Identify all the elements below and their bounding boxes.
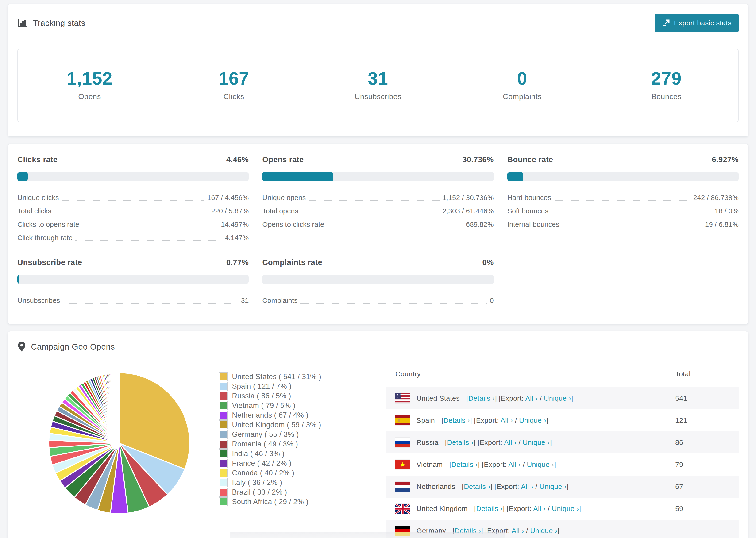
- rate-value: 6.927%: [712, 155, 739, 164]
- rates-grid: Clicks rate4.46%Unique clicks167 / 4.456…: [17, 155, 739, 307]
- flag-icon-ru: [395, 438, 410, 447]
- bar-chart-icon: [17, 18, 28, 28]
- country-name: United States: [416, 394, 460, 402]
- legend-swatch: [219, 488, 227, 497]
- legend-swatch: [219, 392, 227, 400]
- dotted-leader: [62, 200, 204, 201]
- rate-value: 0%: [482, 258, 494, 267]
- tracking-stats-header: Tracking stats Export basic stats: [17, 4, 739, 41]
- rate-row-value: 0: [490, 294, 494, 307]
- export-all-link[interactable]: All ›: [501, 416, 513, 424]
- country-name: Netherlands: [416, 483, 455, 491]
- details-link[interactable]: Details ›: [468, 394, 495, 402]
- legend-swatch: [219, 440, 227, 448]
- country-total: 67: [675, 476, 739, 498]
- geo-table-row-vietnam: Vietnam[Details ›] [Export: All › / Uniq…: [386, 454, 739, 476]
- export-all-link[interactable]: All ›: [525, 394, 538, 402]
- summary-stat-unsubscribes: 31Unsubscribes: [306, 49, 450, 122]
- summary-label: Complaints: [450, 92, 594, 101]
- export-all-link[interactable]: All ›: [533, 505, 546, 512]
- rate-row-label: Hard bounces: [507, 191, 551, 204]
- details-link[interactable]: Details ›: [451, 460, 478, 468]
- rate-row-value: 18 / 0%: [715, 204, 739, 218]
- rate-progressbar-fill: [507, 172, 523, 181]
- export-all-link[interactable]: All ›: [508, 460, 521, 468]
- legend-swatch: [219, 411, 227, 419]
- dotted-leader: [75, 241, 222, 241]
- export-all-link[interactable]: All ›: [521, 483, 533, 490]
- export-basic-stats-button[interactable]: Export basic stats: [655, 14, 739, 32]
- details-link[interactable]: Details ›: [447, 439, 473, 446]
- legend-label: France ( 42 / 2% ): [232, 459, 292, 467]
- rate-row-value: 1,152 / 30.736%: [442, 191, 494, 204]
- legend-swatch: [219, 498, 227, 506]
- country-name: Vietnam: [416, 460, 443, 468]
- legend-swatch: [219, 421, 227, 429]
- summary-stat-bounces: 279Bounces: [594, 49, 738, 122]
- export-unique-link[interactable]: Unique ›: [527, 460, 554, 468]
- export-unique-link[interactable]: Unique ›: [523, 439, 550, 446]
- tracking-stats-card: Tracking stats Export basic stats 1,152O…: [8, 4, 748, 136]
- export-unique-link[interactable]: Unique ›: [552, 505, 579, 512]
- dotted-leader: [308, 200, 440, 201]
- geo-table-total-header: Total: [675, 361, 739, 387]
- geo-table-header-row: Country Total: [386, 361, 739, 387]
- rate-value: 4.46%: [226, 155, 249, 164]
- rate-head: Complaints rate0%: [262, 258, 494, 267]
- flag-icon-nl: [395, 482, 410, 492]
- rate-row-value: 689.82%: [466, 218, 494, 231]
- rate-section-opens-rate: Opens rate30.736%Unique opens1,152 / 30.…: [262, 155, 494, 244]
- rate-row-total-clicks: Total clicks220 / 5.87%: [17, 204, 249, 218]
- flag-icon-vn: [395, 459, 410, 469]
- country-total: 79: [675, 454, 739, 476]
- country-total: 59: [675, 498, 739, 520]
- export-button-label: Export basic stats: [674, 19, 731, 27]
- export-all-link[interactable]: All ›: [504, 439, 516, 446]
- rate-title: Bounce rate: [507, 155, 553, 164]
- export-unique-link[interactable]: Unique ›: [530, 527, 557, 534]
- legend-item-russia: Russia ( 86 / 5% ): [219, 391, 350, 401]
- rate-row-unsubscribes: Unsubscribes31: [17, 294, 249, 307]
- rate-row-internal-bounces: Internal bounces19 / 6.81%: [507, 218, 739, 231]
- rate-row-hard-bounces: Hard bounces242 / 86.738%: [507, 191, 739, 204]
- summary-label: Bounces: [594, 92, 738, 101]
- dotted-leader: [300, 303, 487, 303]
- legend-item-united-states: United States ( 541 / 31% ): [219, 372, 350, 381]
- rate-section-clicks-rate: Clicks rate4.46%Unique clicks167 / 4.456…: [17, 155, 249, 244]
- rate-row-value: 31: [241, 294, 249, 307]
- rate-row-value: 167 / 4.456%: [207, 191, 249, 204]
- geo-opens-table-wrap: Country Total United States[Details ›] […: [386, 361, 739, 538]
- geo-table-row-united-kingdom: United Kingdom[Details ›] [Export: All ›…: [386, 498, 739, 520]
- legend-label: United Kingdom ( 59 / 3% ): [232, 421, 321, 429]
- summary-value: 31: [306, 68, 450, 88]
- summary-label: Opens: [18, 92, 162, 101]
- rate-row-unique-opens: Unique opens1,152 / 30.736%: [262, 191, 494, 204]
- legend-swatch: [219, 382, 227, 391]
- export-unique-link[interactable]: Unique ›: [519, 416, 546, 424]
- export-unique-link[interactable]: Unique ›: [544, 394, 571, 402]
- rate-title: Complaints rate: [262, 258, 322, 267]
- country-total: 121: [675, 409, 739, 431]
- geo-opens-header: Campaign Geo Opens: [17, 331, 739, 361]
- pie-slice-other-45: [119, 373, 119, 443]
- geo-opens-title-text: Campaign Geo Opens: [31, 342, 115, 351]
- country-name: United Kingdom: [416, 505, 468, 512]
- rate-head: Clicks rate4.46%: [17, 155, 249, 164]
- rate-row-label: Unique clicks: [17, 191, 59, 204]
- export-unique-link[interactable]: Unique ›: [540, 483, 567, 490]
- rates-card: Clicks rate4.46%Unique clicks167 / 4.456…: [8, 144, 748, 324]
- details-link[interactable]: Details ›: [464, 483, 490, 490]
- rate-section-complaints-rate: Complaints rate0%Complaints0: [262, 258, 494, 307]
- rate-head: Bounce rate6.927%: [507, 155, 739, 164]
- legend-item-germany: Germany ( 55 / 3% ): [219, 430, 350, 439]
- legend-swatch: [219, 402, 227, 410]
- rate-head: Unsubscribe rate0.77%: [17, 258, 249, 267]
- legend-label: South Africa ( 29 / 2% ): [232, 498, 308, 506]
- export-all-link[interactable]: All ›: [512, 527, 524, 534]
- summary-stats-row: 1,152Opens167Clicks31Unsubscribes0Compla…: [17, 49, 739, 122]
- details-link[interactable]: Details ›: [476, 505, 503, 512]
- rate-row-label: Soft bounces: [507, 204, 549, 218]
- details-link[interactable]: Details ›: [444, 416, 470, 424]
- rate-title: Clicks rate: [17, 155, 58, 164]
- dotted-leader: [562, 227, 702, 228]
